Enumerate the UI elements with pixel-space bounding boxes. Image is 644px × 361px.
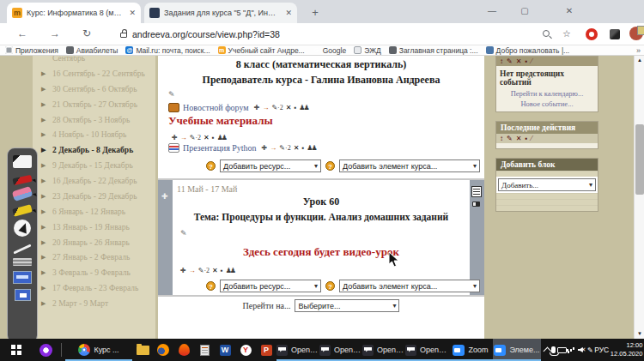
eraser-tool-icon[interactable] xyxy=(12,186,33,202)
taskbar-openboard-button[interactable]: OpenB... xyxy=(276,339,319,361)
bookmarks-overflow-icon[interactable]: » xyxy=(636,46,641,55)
delete-icon[interactable]: ✕ xyxy=(516,135,524,142)
week-link[interactable]: ▶28 Октябрь - 3 Ноябрь xyxy=(39,113,152,129)
help-icon[interactable]: ? xyxy=(206,161,216,171)
week-link[interactable]: ▶16 Сентябрь - 22 Сентябрь xyxy=(39,67,152,82)
week-link[interactable]: ▶30 Сентябрь - 6 Октябрь xyxy=(39,82,152,98)
bookmark-mail[interactable]: @ Mail.ru: почта, поиск... xyxy=(125,46,210,55)
reload-icon[interactable]: ↻ xyxy=(82,27,91,39)
assistant-button[interactable] xyxy=(33,339,58,361)
window-minimize-button[interactable]: — xyxy=(481,3,503,19)
help-icon[interactable]: ? xyxy=(325,161,335,171)
taskbar-word-button[interactable]: W xyxy=(215,339,235,361)
forum-link[interactable]: Новостной форум xyxy=(183,103,249,112)
delete-icon[interactable]: ✕ xyxy=(212,267,218,274)
pen-tool-icon[interactable] xyxy=(13,244,31,254)
screen-share-tool-icon[interactable] xyxy=(13,271,32,284)
taskbar-openboard-button[interactable]: OpenB... xyxy=(319,339,362,361)
taskbar-yandex-button[interactable]: Y xyxy=(235,339,256,361)
hide-icon[interactable]: ▪ xyxy=(301,144,304,152)
tab-course[interactable]: m Курс: Информатика 8 (математи... ✕ xyxy=(7,3,141,23)
week-link[interactable]: ▶27 Январь - 2 Февраль xyxy=(39,250,152,266)
section-move-icon[interactable]: ✚ xyxy=(161,192,168,201)
profile-avatar[interactable] xyxy=(629,27,643,40)
help-icon[interactable]: ? xyxy=(206,281,216,291)
highlight-section-icon[interactable] xyxy=(472,202,480,207)
bookmark-homepage[interactable]: Заглавная страница :... xyxy=(389,46,478,55)
help-icon[interactable]: ? xyxy=(325,281,335,291)
red-marker-tool-icon[interactable] xyxy=(12,175,32,185)
edit-icon[interactable]: ✎·2 xyxy=(198,267,210,274)
taskbar-openboard-button[interactable]: OpenB... xyxy=(362,339,405,361)
week-link[interactable]: ▶2 Март - 9 Март xyxy=(39,297,152,312)
bookmark-google[interactable]: G Google xyxy=(313,46,346,55)
microphone-icon[interactable] xyxy=(551,346,556,353)
battery-icon[interactable] xyxy=(557,347,567,353)
delete-icon[interactable]: ✕ xyxy=(294,144,300,152)
add-resource-select[interactable]: Добавить ресурс... ▾ xyxy=(220,159,321,172)
week-link[interactable]: ▶17 Февраль - 23 Февраль xyxy=(39,281,152,297)
move-icon[interactable]: ✚ xyxy=(180,267,186,274)
taskbar-active-window-button[interactable]: Элеме... xyxy=(493,339,541,361)
week-link[interactable]: ▶20 Январь - 26 Январь xyxy=(39,236,152,251)
week-link[interactable]: ▶21 Октябрь - 27 Октябрь xyxy=(39,98,152,113)
edit-icon[interactable]: ✎ xyxy=(507,135,514,142)
indent-icon[interactable]: → xyxy=(180,134,187,141)
add-activity-select[interactable]: Добавить элемент курса... ▾ xyxy=(339,280,480,292)
go-to-calendar-link[interactable]: Перейти к календарю... xyxy=(496,88,598,99)
move-icon[interactable]: ✚ xyxy=(172,134,178,141)
scroll-down-icon[interactable]: ▼ xyxy=(635,329,644,339)
extension-red-icon[interactable] xyxy=(586,28,598,40)
add-block-select[interactable]: Добавить... ▾ xyxy=(498,178,596,191)
tab-assignments[interactable]: Задания для курса "5 "Д", Инфор... ✕ xyxy=(144,3,297,23)
taskbar-flame-button[interactable] xyxy=(173,339,194,361)
bookmark-ezhd[interactable]: ЭЖД xyxy=(354,46,381,55)
indent-icon[interactable]: → xyxy=(270,144,276,152)
edit-icon[interactable]: ✎·2 xyxy=(271,104,283,111)
pen-tray-icon[interactable]: ✎ xyxy=(587,346,593,354)
delete-icon[interactable]: ✕ xyxy=(286,104,292,111)
move-icon[interactable]: ✚ xyxy=(262,144,268,152)
bookmark-apps[interactable]: Приложения xyxy=(5,46,58,55)
edit-icon[interactable]: ✎ xyxy=(507,57,514,65)
move-icon[interactable]: ↕ xyxy=(500,57,505,65)
extension-icon[interactable] xyxy=(610,29,620,39)
add-resource-select[interactable]: Добавить ресурс... ▾ xyxy=(220,280,321,292)
hide-icon[interactable]: ▪ xyxy=(221,267,223,274)
week-link-current[interactable]: ▶2 Декабрь - 8 Декабрь xyxy=(39,143,152,159)
start-button[interactable] xyxy=(0,339,33,361)
new-event-link[interactable]: Новое событие... xyxy=(496,99,598,111)
taskbar-firefox-button[interactable] xyxy=(153,339,173,361)
keyboard-tool-icon[interactable] xyxy=(13,258,32,266)
bookmark-avia[interactable]: Авиабилеты xyxy=(66,46,118,55)
edit-summary-icon[interactable]: ✎ xyxy=(180,229,187,238)
pointer-tool-icon[interactable] xyxy=(14,220,31,237)
groups-icon[interactable]: ♟♟ xyxy=(226,267,234,274)
taskbar-notes-button[interactable] xyxy=(194,339,215,361)
indent-icon[interactable]: → xyxy=(189,267,196,274)
url-field[interactable]: andreeva.org/course/view.php?id=38 xyxy=(118,27,479,42)
week-link[interactable]: ▶23 Декабрь - 29 Декабрь xyxy=(39,190,152,205)
week-link[interactable]: ▶16 Декабрь - 22 Декабрь xyxy=(39,174,152,190)
edit-icon[interactable]: ✎·2 xyxy=(279,144,290,152)
show-only-section-icon[interactable] xyxy=(471,186,482,197)
bookmark-star-icon[interactable]: ☆ xyxy=(562,28,571,39)
edit-icon[interactable]: ✎·2 xyxy=(190,134,201,141)
hide-icon[interactable]: ▪ xyxy=(294,104,296,111)
new-tab-button[interactable]: + xyxy=(306,4,325,21)
presentation-link[interactable]: Презентация Python xyxy=(183,143,257,153)
groups-icon[interactable]: ♟♟ xyxy=(217,134,226,141)
roles-icon[interactable]: ⁄ xyxy=(531,135,533,142)
jump-select[interactable]: Выберите... ▾ xyxy=(295,299,399,312)
taskbar-powerpoint-button[interactable]: P xyxy=(256,339,276,361)
language-indicator[interactable]: РУС xyxy=(594,346,609,354)
scroll-up-icon[interactable]: ▲ xyxy=(635,56,644,65)
week-link[interactable]: ▶3 Февраль - 9 Февраль xyxy=(39,266,152,281)
taskbar-zoom-button[interactable]: Zoom xyxy=(448,339,493,361)
hide-icon[interactable]: ▪ xyxy=(212,134,215,141)
week-link[interactable]: ▶13 Январь - 19 Январь xyxy=(39,220,152,236)
delete-icon[interactable]: ✕ xyxy=(204,134,210,141)
taskbar-explorer-button[interactable] xyxy=(132,339,153,361)
week-link[interactable]: ▶4 Ноябрь - 10 Ноябрь xyxy=(39,128,152,143)
display-tool-icon[interactable] xyxy=(15,289,31,301)
